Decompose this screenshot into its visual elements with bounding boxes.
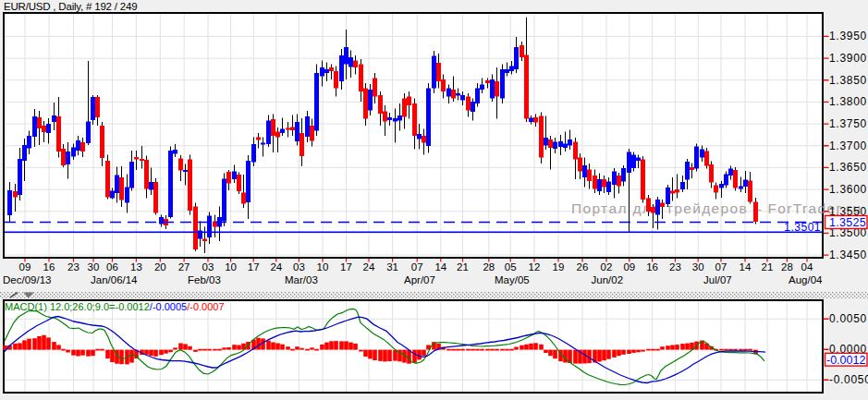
svg-text:Jan/06/14: Jan/06/14 [91,274,138,285]
svg-text:1.3750: 1.3750 [829,117,867,130]
svg-text:03: 03 [293,261,305,273]
svg-text:09: 09 [19,261,31,273]
svg-text:06: 06 [106,261,118,273]
svg-text:16: 16 [43,261,55,273]
svg-text:14: 14 [434,261,446,273]
svg-text:09: 09 [623,261,635,273]
svg-text:1.3525: 1.3525 [829,216,866,229]
svg-text:14: 14 [740,261,752,273]
svg-text:1.3950: 1.3950 [829,30,867,42]
svg-text:Aug/04: Aug/04 [789,274,823,285]
svg-text:30: 30 [692,261,704,273]
svg-text:24: 24 [363,261,375,273]
svg-text:02: 02 [601,261,613,273]
svg-text:Dec/09/13: Dec/09/13 [3,274,51,285]
svg-text:Портал для трейдеров – ForTrad: Портал для трейдеров – ForTrader.ru [571,200,861,216]
svg-text:May/05: May/05 [495,274,530,285]
svg-text:07: 07 [715,261,727,273]
svg-text:Feb/03: Feb/03 [188,274,221,285]
svg-text:19: 19 [553,261,565,273]
svg-text:20: 20 [154,261,166,273]
svg-text:1.3501: 1.3501 [784,221,821,234]
svg-text:24: 24 [270,261,282,273]
svg-text:1.3900: 1.3900 [829,52,867,65]
svg-text:17: 17 [248,261,260,273]
svg-text:EUR/USD , Daily, # 192 / 249: EUR/USD , Daily, # 192 / 249 [4,1,137,12]
svg-text:13: 13 [130,261,142,273]
svg-text:23: 23 [67,261,79,273]
svg-text:1.3650: 1.3650 [829,161,867,174]
svg-text:1.3700: 1.3700 [829,139,867,152]
svg-text:31: 31 [386,261,398,273]
svg-text:10: 10 [225,261,237,273]
svg-text:Mar/03: Mar/03 [285,274,318,285]
svg-text:12: 12 [529,261,541,273]
svg-text:16: 16 [646,261,658,273]
svg-text:1.3800: 1.3800 [829,95,867,108]
svg-text:07: 07 [411,261,423,273]
svg-text:MACD(1) 12.0;26.0;9.0=-0.0012/: MACD(1) 12.0;26.0;9.0=-0.0012/-0.0005/-0… [5,301,225,312]
svg-text:04: 04 [801,261,813,273]
svg-text:-0.0012: -0.0012 [826,354,865,367]
svg-text:0.0050: 0.0050 [829,312,867,325]
svg-text:Apr/07: Apr/07 [404,274,435,285]
svg-text:21: 21 [762,261,774,273]
svg-text:10: 10 [317,261,329,273]
svg-text:1.3850: 1.3850 [829,74,867,87]
svg-text:1.3600: 1.3600 [829,183,867,196]
svg-text:30: 30 [88,261,100,273]
svg-text:-0.0050: -0.0050 [829,373,868,386]
svg-text:21: 21 [457,261,469,273]
svg-text:Jun/02: Jun/02 [592,274,624,285]
svg-text:28: 28 [483,261,495,273]
svg-text:27: 27 [178,261,190,273]
svg-text:17: 17 [340,261,352,273]
svg-text:1.3450: 1.3450 [829,248,867,261]
svg-text:23: 23 [669,261,681,273]
svg-text:28: 28 [781,261,793,273]
svg-text:Jul/07: Jul/07 [703,274,732,285]
svg-text:03: 03 [202,261,214,273]
svg-text:05: 05 [505,261,517,273]
svg-text:26: 26 [577,261,589,273]
